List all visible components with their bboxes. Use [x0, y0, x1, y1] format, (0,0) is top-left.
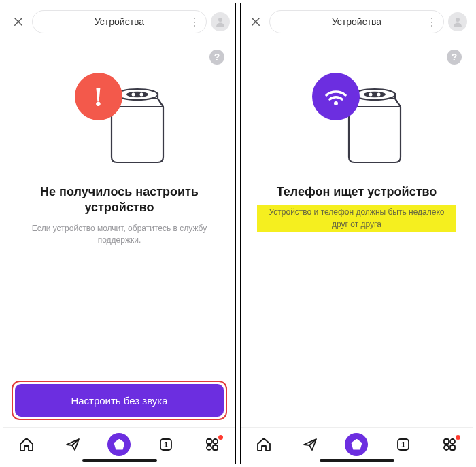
notification-dot: [218, 435, 223, 440]
services-icon: [441, 436, 458, 453]
nav-send[interactable]: [59, 431, 86, 458]
home-indicator: [320, 459, 394, 462]
alice-icon: [107, 433, 131, 456]
illustration: !: [72, 70, 167, 165]
cta-label: Настроить без звука: [71, 395, 167, 407]
services-icon: [204, 436, 220, 453]
tabs-icon: 1: [395, 436, 411, 453]
svg-point-13: [369, 93, 372, 97]
title-pill[interactable]: Устройства ⋮: [32, 10, 207, 33]
svg-point-15: [334, 101, 338, 105]
svg-point-3: [131, 93, 135, 97]
title-pill[interactable]: Устройства ⋮: [269, 10, 444, 33]
svg-rect-20: [450, 445, 455, 450]
close-button[interactable]: [246, 12, 265, 31]
tab-count: 1: [164, 440, 168, 449]
avatar[interactable]: [211, 12, 230, 31]
nav-services[interactable]: [436, 431, 463, 458]
content: ? ! Не получилось настроить устройство Е…: [3, 39, 235, 381]
screen-setup-failed: Устройства ⋮ ? ! Не получилось настроить…: [3, 3, 236, 464]
svg-rect-19: [444, 445, 449, 450]
nav-home[interactable]: [13, 431, 40, 458]
header: Устройства ⋮: [3, 3, 235, 39]
svg-rect-6: [207, 439, 211, 444]
nav-alice[interactable]: [105, 431, 133, 458]
svg-rect-8: [207, 445, 211, 450]
tabs-icon: 1: [158, 436, 174, 453]
heading: Телефон ищет устройство: [271, 184, 443, 200]
nav-services[interactable]: [199, 431, 226, 458]
avatar[interactable]: [448, 12, 467, 31]
svg-point-0: [218, 18, 222, 22]
kebab-icon[interactable]: ⋮: [426, 16, 437, 29]
cta-area: Настроить без звука: [3, 381, 235, 427]
svg-point-2: [126, 92, 148, 97]
svg-rect-9: [213, 445, 218, 450]
wifi-badge: [312, 73, 360, 120]
svg-point-12: [364, 92, 386, 97]
send-icon: [65, 436, 81, 453]
cta-highlight: Настроить без звука: [12, 381, 227, 420]
exclamation-icon: !: [94, 81, 103, 113]
illustration: [309, 70, 405, 165]
user-icon: [452, 16, 464, 28]
page-title: Устройства: [95, 16, 144, 27]
help-icon: ?: [452, 52, 458, 63]
nav-tabs[interactable]: 1: [390, 431, 417, 458]
user-icon: [214, 16, 226, 28]
nav-tabs[interactable]: 1: [152, 431, 180, 458]
header: Устройства ⋮: [241, 3, 473, 39]
send-icon: [302, 436, 318, 453]
svg-point-14: [377, 93, 380, 97]
kebab-icon[interactable]: ⋮: [189, 16, 199, 29]
nav-alice[interactable]: [343, 431, 370, 458]
help-button[interactable]: ?: [209, 50, 224, 65]
home-icon: [256, 436, 272, 453]
bottom-nav: 1: [241, 427, 473, 464]
help-icon: ?: [214, 52, 220, 63]
svg-rect-17: [444, 439, 449, 444]
tab-count: 1: [401, 440, 405, 449]
nav-send[interactable]: [296, 431, 324, 458]
subtext-highlighted: Устройство и телефон должны быть недалек…: [257, 205, 456, 232]
subtext: Если устройство молчит, обратитесь в слу…: [20, 223, 219, 247]
content: ? Телефон ищет устройство Устройство и: [241, 39, 473, 420]
page-title: Устройства: [332, 16, 381, 27]
error-badge: !: [75, 73, 122, 120]
heading: Не получилось настроить устройство: [20, 184, 219, 216]
close-button[interactable]: [9, 12, 28, 31]
screen-searching: Устройства ⋮ ?: [240, 3, 473, 464]
svg-rect-7: [213, 439, 218, 444]
home-icon: [18, 436, 35, 453]
close-icon: [250, 16, 262, 28]
setup-silent-button[interactable]: Настроить без звука: [15, 384, 224, 417]
close-icon: [12, 16, 24, 28]
wifi-icon: [322, 83, 350, 110]
help-button[interactable]: ?: [447, 50, 462, 65]
nav-home[interactable]: [250, 431, 277, 458]
bottom-nav: 1: [3, 427, 235, 464]
svg-point-4: [139, 93, 143, 97]
svg-rect-18: [450, 439, 455, 444]
svg-point-10: [456, 18, 460, 22]
notification-dot: [456, 435, 460, 440]
alice-icon: [345, 433, 368, 456]
home-indicator: [82, 459, 157, 462]
